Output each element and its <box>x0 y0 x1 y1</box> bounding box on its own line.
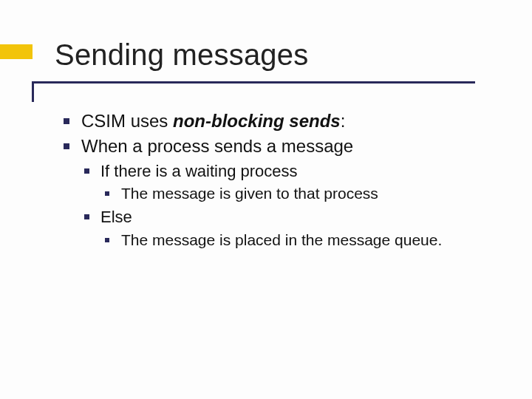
bullet-2a1: The message is given to that process <box>59 183 502 204</box>
title-tick <box>32 83 34 102</box>
title-rule <box>32 81 475 83</box>
slide-body: CSIM uses non-blocking sends: When a pro… <box>59 109 502 252</box>
bullet-1-post: : <box>341 111 346 131</box>
slide: Sending messages CSIM uses non-blocking … <box>0 0 532 399</box>
bullet-2: When a process sends a message <box>59 134 502 158</box>
slide-title: Sending messages <box>55 38 308 72</box>
bullet-1-pre: CSIM uses <box>81 111 173 131</box>
bullet-2a: If there is a waiting process <box>59 160 502 183</box>
bullet-2b: Else <box>59 206 502 228</box>
bullet-1-emph: non-blocking sends <box>173 111 341 131</box>
accent-bar <box>0 44 33 59</box>
bullet-1: CSIM uses non-blocking sends: <box>59 109 502 133</box>
bullet-2b1: The message is placed in the message que… <box>59 230 502 250</box>
